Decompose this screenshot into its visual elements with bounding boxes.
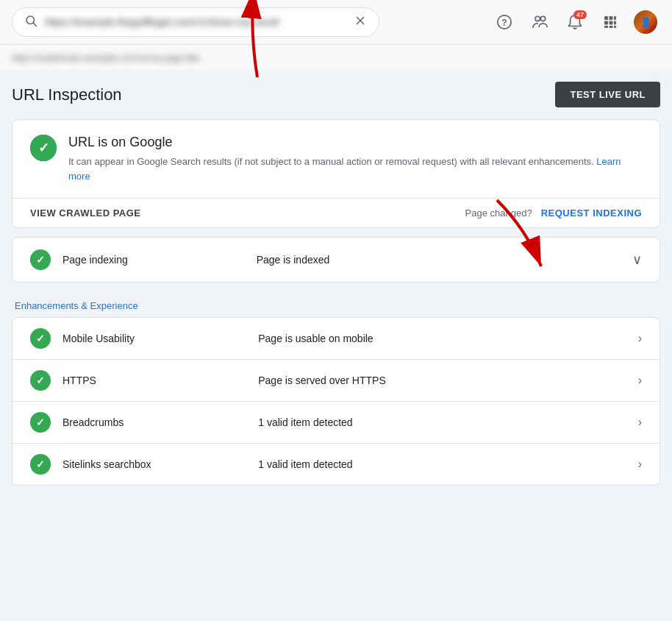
svg-point-7 [540, 16, 545, 21]
enhancement-value-1: Page is served over HTTPS [258, 375, 626, 386]
notifications-button[interactable]: 47 [560, 7, 590, 37]
avatar[interactable]: 👤 [631, 7, 660, 37]
svg-line-1 [33, 23, 36, 26]
enhancement-label-2: Breadcrumbs [62, 416, 246, 428]
page-title-row: URL Inspection TEST LIVE URL [12, 82, 660, 107]
search-container[interactable]: https://example.thegolflegal.com/v1/show… [12, 7, 379, 37]
enhancement-chevron-2: › [638, 416, 642, 429]
view-crawled-button[interactable]: VIEW CRAWLED PAGE [30, 207, 141, 219]
status-description: It can appear in Google Search results (… [68, 155, 642, 183]
indexing-expand-icon[interactable]: ∨ [632, 252, 642, 268]
request-indexing-button[interactable]: REQUEST INDEXING [541, 207, 642, 219]
top-bar-icons: ? 47 [490, 7, 660, 37]
enhancement-check-icon-3: ✓ [30, 454, 51, 475]
enhancement-value-0: Page is usable on mobile [258, 333, 626, 344]
svg-rect-12 [610, 21, 613, 25]
status-title: URL is on Google [68, 135, 642, 150]
notification-count: 47 [573, 10, 587, 19]
status-check-icon [30, 135, 57, 161]
test-live-url-button[interactable]: TEST LIVE URL [555, 82, 660, 107]
svg-rect-10 [614, 16, 616, 20]
svg-rect-8 [604, 16, 608, 20]
enhancement-check-icon-2: ✓ [30, 412, 51, 433]
enhancement-chevron-0: › [638, 332, 642, 345]
top-bar: https://example.thegolflegal.com/v1/show… [0, 0, 672, 45]
status-card-footer: VIEW CRAWLED PAGE Page changed? REQUEST … [12, 198, 660, 227]
help-button[interactable]: ? [490, 7, 519, 37]
enhancement-check-icon-1: ✓ [30, 370, 51, 391]
main-content: URL Inspection TEST LIVE URL URL is on G… [0, 70, 672, 497]
breadcrumb-url: https://subdomain.example.com/some-page-… [12, 53, 199, 63]
status-card-header: URL is on Google It can appear in Google… [12, 120, 660, 198]
enhancement-row-breadcrumbs[interactable]: ✓ Breadcrumbs 1 valid item detected › [12, 402, 660, 444]
enhancement-label-3: Sitelinks searchbox [62, 458, 246, 470]
page-changed-text: Page changed? [465, 207, 532, 219]
page-title: URL Inspection [12, 85, 122, 104]
svg-rect-13 [614, 21, 616, 25]
search-clear-icon[interactable] [354, 14, 367, 30]
accounts-button[interactable] [525, 7, 554, 37]
svg-text:?: ? [501, 18, 507, 28]
indexing-value: Page is indexed [257, 254, 621, 266]
svg-rect-9 [610, 16, 613, 20]
enhancements-card: ✓ Mobile Usability Page is usable on mob… [12, 317, 660, 486]
enhancement-value-2: 1 valid item detected [258, 416, 626, 428]
page-wrapper: https://example.thegolflegal.com/v1/show… [0, 0, 672, 497]
search-input-value: https://example.thegolflegal.com/v1/show… [45, 16, 346, 28]
enhancement-label-0: Mobile Usability [62, 333, 246, 344]
enhancement-label-1: HTTPS [62, 375, 246, 386]
apps-button[interactable] [596, 7, 625, 37]
enhancement-row-mobile-usability[interactable]: ✓ Mobile Usability Page is usable on mob… [12, 318, 660, 360]
svg-rect-14 [604, 26, 608, 28]
footer-right: Page changed? REQUEST INDEXING [465, 207, 642, 219]
svg-rect-11 [604, 21, 608, 25]
status-card: URL is on Google It can appear in Google… [12, 119, 660, 228]
indexing-row: ✓ Page indexing Page is indexed ∨ [12, 238, 660, 282]
enhancement-chevron-3: › [638, 458, 642, 471]
enhancement-chevron-1: › [638, 374, 642, 387]
enhancements-title: Enhancements & Experience [12, 291, 660, 317]
search-icon [24, 14, 37, 30]
status-text-block: URL is on Google It can appear in Google… [68, 135, 642, 183]
enhancement-check-icon-0: ✓ [30, 328, 51, 349]
indexing-label: Page indexing [62, 254, 245, 266]
user-avatar: 👤 [634, 10, 657, 34]
url-breadcrumb-bar: https://subdomain.example.com/some-page-… [0, 45, 672, 70]
svg-point-6 [535, 16, 540, 21]
indexing-check-icon: ✓ [30, 249, 51, 270]
enhancement-value-3: 1 valid item detected [258, 458, 626, 470]
svg-rect-15 [610, 26, 613, 28]
indexing-card: ✓ Page indexing Page is indexed ∨ [12, 237, 660, 283]
enhancement-row-sitelinks[interactable]: ✓ Sitelinks searchbox 1 valid item detec… [12, 444, 660, 485]
enhancement-row-https[interactable]: ✓ HTTPS Page is served over HTTPS › [12, 360, 660, 402]
svg-rect-16 [614, 26, 616, 28]
